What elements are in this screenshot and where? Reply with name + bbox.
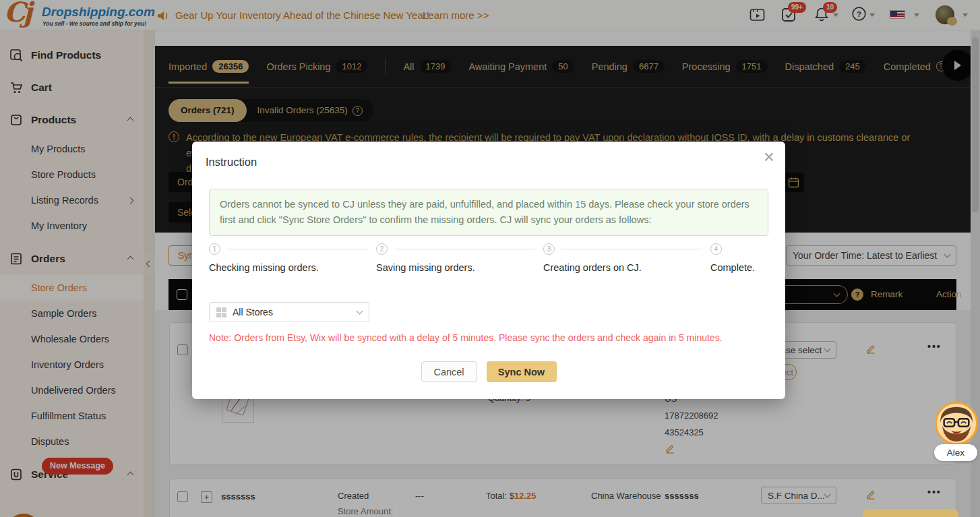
chat-agent-avatar[interactable] <box>935 402 978 445</box>
sync-steps: 1 Checking missing orders. 2 Saving miss… <box>209 243 768 273</box>
step-number: 4 <box>710 243 722 255</box>
sync-step: 4 Complete. <box>710 243 768 273</box>
step-number: 3 <box>543 243 555 255</box>
step-number: 1 <box>209 243 220 255</box>
chat-agent-name[interactable]: Alex <box>934 444 977 461</box>
etsy-wix-delay-note: Note: Orders from Etsy, Wix will be sync… <box>209 332 723 343</box>
stores-grid-icon <box>216 307 226 317</box>
step-label: Checking missing orders. <box>209 262 376 273</box>
step-label: Creating orders on CJ. <box>543 262 710 273</box>
close-icon[interactable]: × <box>764 147 774 167</box>
instruction-modal: Instruction × Orders cannot be synced to… <box>192 142 785 399</box>
sync-step: 2 Saving missing orders. <box>376 243 543 273</box>
sync-now-button[interactable]: Sync Now <box>487 361 557 382</box>
chevron-down-icon <box>357 308 363 315</box>
sync-step: 3 Creating orders on CJ. <box>543 243 710 273</box>
step-label: Complete. <box>710 262 768 273</box>
step-number: 2 <box>376 243 388 255</box>
step-label: Saving missing orders. <box>376 262 543 273</box>
sync-info-alert: Orders cannot be synced to CJ unless the… <box>209 189 768 236</box>
modal-buttons: Cancel Sync Now <box>192 361 785 382</box>
sync-step: 1 Checking missing orders. <box>209 243 376 273</box>
store-select[interactable]: All Stores <box>209 302 369 322</box>
app-root: Cj Dropshipping.com You sell - We source… <box>0 0 980 517</box>
agent-face-icon <box>937 404 976 443</box>
cancel-button[interactable]: Cancel <box>421 361 477 382</box>
modal-title: Instruction <box>206 156 257 169</box>
chat-message-button-partial[interactable] <box>863 509 958 517</box>
